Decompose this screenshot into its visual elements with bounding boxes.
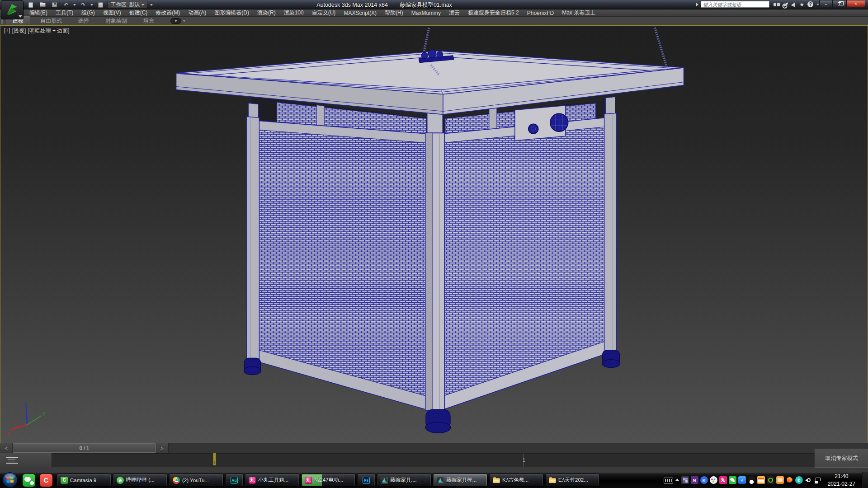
tray-network-icon[interactable] (814, 476, 822, 484)
new-scene-button[interactable] (26, 1, 35, 9)
start-button[interactable] (2, 472, 18, 488)
taskbar-button-bilibili[interactable]: 哔哩哔哩 (... (113, 474, 167, 487)
time-slider-handle[interactable]: 0 / 1 (13, 443, 156, 453)
menu-item[interactable]: 自定义(U) (308, 9, 340, 17)
show-hidden-icons-chevron[interactable] (675, 476, 679, 484)
tray-eset-icon[interactable] (795, 476, 803, 484)
input-method-keyboard-icon[interactable] (664, 478, 673, 483)
ribbon-tab[interactable]: 填充 (137, 17, 160, 25)
menu-item[interactable]: 视图(V) (99, 9, 125, 17)
model-wireframe[interactable] (0, 26, 868, 443)
ribbon-minimize-control[interactable]: ▾ ▾ (170, 18, 185, 24)
show-desktop-button[interactable] (862, 472, 868, 488)
undo-dropdown-caret[interactable] (73, 4, 76, 6)
menu-item[interactable]: 修改器(M) (151, 9, 184, 17)
mini-curve-editor-button[interactable] (0, 453, 52, 467)
taskbar-button-label: 藤编家具模... (446, 477, 476, 483)
previous-frame-button[interactable]: < (0, 443, 13, 453)
perspective-viewport[interactable]: [+] [透视] [明暗处理 + 边面] (0, 25, 868, 443)
taskbar-button-camtasia[interactable]: Camtasia 9 (57, 474, 111, 487)
taskbar-clock[interactable]: 21:40 2021-02-27 (824, 473, 860, 487)
taskbar-button-max-file-1[interactable]: 藤编家具.... (377, 474, 431, 487)
menu-item[interactable]: Max 杀毒卫士 (558, 9, 599, 17)
menu-item[interactable]: 帮助(H) (381, 9, 407, 17)
mini-curve-editor-icon (6, 457, 18, 464)
tray-wechat-icon[interactable] (729, 476, 736, 484)
menu-item[interactable]: 编辑(E) (25, 9, 52, 17)
menu-item[interactable]: 渲染100 (280, 9, 308, 17)
taskbar-button-no247[interactable]: №247电动... (301, 474, 355, 487)
infocenter-collapse-arrow[interactable] (696, 3, 698, 6)
ribbon-tab[interactable]: 自由形式 (34, 17, 68, 25)
tray-kuaishou-icon[interactable] (700, 476, 708, 484)
menu-item[interactable]: 组(G) (77, 9, 99, 17)
infocenter: ★ ? (696, 1, 821, 8)
redo-button[interactable]: ↷ (79, 1, 88, 9)
viewport-maximize-menu[interactable]: [+] (4, 27, 10, 35)
menu-item[interactable]: 创建(C) (125, 9, 152, 17)
menu-item[interactable]: 渲染(R) (253, 9, 280, 17)
tray-volume-icon[interactable] (805, 476, 812, 484)
menu-item[interactable]: MaxMummy (407, 10, 445, 16)
close-button[interactable]: × (846, 0, 865, 7)
timeline-bottom-strip (0, 467, 868, 472)
save-file-button[interactable] (50, 1, 59, 9)
search-binoculars-icon[interactable] (774, 2, 780, 7)
task-buttons: Camtasia 9 哔哩哔哩 (... (2) YouTu... 小丸工具箱.… (57, 474, 599, 487)
open-file-button[interactable] (38, 1, 47, 9)
communication-center-icon[interactable] (791, 1, 797, 7)
axis-z-label: z (24, 401, 27, 407)
current-frame-marker[interactable] (213, 453, 216, 465)
taskbar-button-folder-k[interactable]: K:\古色教... (489, 474, 543, 487)
help-icon[interactable]: ? (807, 1, 813, 7)
redo-dropdown-caret[interactable] (90, 4, 93, 6)
browser-360-icon (117, 477, 124, 484)
track-bar[interactable]: 1 (52, 453, 868, 467)
project-toolbar-button[interactable] (96, 1, 105, 9)
desktop: ↶ ↷ 工作区: 默认 Autodesk 3ds Max 2014 x64藤编家… (0, 0, 868, 488)
tray-pc-manager-icon[interactable] (738, 476, 746, 484)
taskbar-pinned-camtasia[interactable] (40, 474, 52, 487)
menu-item[interactable]: 极速瘦身安全归档5.2 (464, 9, 523, 17)
subscription-key-icon[interactable] (783, 2, 788, 6)
taskbar-button-youtube[interactable]: (2) YouTu... (169, 474, 223, 487)
viewport-view-menu[interactable]: [透视] (12, 27, 26, 35)
tray-screenshot-icon[interactable] (776, 476, 784, 484)
taskbar-pinned-wechat[interactable] (23, 474, 35, 487)
tray-xiaowan-icon[interactable] (719, 476, 727, 484)
tray-dots-icon[interactable] (710, 476, 717, 484)
time-slider-track[interactable] (169, 443, 868, 453)
tray-gpu-utility-icon[interactable] (767, 476, 774, 484)
workspace-dropdown-caret (142, 4, 144, 6)
favorites-star-icon[interactable]: ★ (799, 2, 804, 7)
taskbar-button-folder-e[interactable]: E:\天竹202... (545, 474, 599, 487)
tray-qq-icon[interactable] (748, 476, 755, 484)
tray-clip-tool-icon[interactable] (691, 476, 698, 484)
menu-item[interactable]: 图形编辑器(D) (210, 9, 253, 17)
ribbon-tab[interactable]: 选择 (72, 17, 95, 25)
menu-item[interactable]: 渲云 (445, 9, 464, 17)
tray-window-orange-icon[interactable] (757, 476, 765, 484)
next-frame-button[interactable]: > (156, 443, 169, 453)
menu-item[interactable]: PhoenixFD (523, 10, 558, 16)
menu-item[interactable]: MAXScript(X) (340, 10, 381, 16)
menu-item[interactable]: 工具(T) (52, 9, 77, 17)
taskbar-button-photoshop[interactable] (357, 474, 375, 487)
3dsmax-logo-button[interactable] (1, 0, 24, 19)
windows-orb-icon (2, 472, 18, 488)
undo-button[interactable]: ↶ (61, 1, 71, 9)
taskbar-button-max-file-2[interactable]: 藤编家具模... (433, 474, 487, 487)
menu-item[interactable]: 动画(A) (184, 9, 210, 17)
restore-button[interactable] (833, 0, 846, 7)
workspace-selector[interactable]: 工作区: 默认 (108, 1, 147, 9)
taskbar-button-audition[interactable] (225, 474, 243, 487)
minimize-button[interactable]: – (819, 0, 833, 7)
tray-tiles-icon[interactable] (681, 476, 689, 484)
tray-huorong-flame-icon[interactable] (786, 476, 793, 484)
toolbar-overflow-caret[interactable] (150, 4, 153, 6)
infocenter-search-input[interactable] (701, 1, 769, 8)
taskbar-button-xiaowan-toolbox[interactable]: 小丸工具箱... (245, 474, 299, 487)
ribbon-tab[interactable]: 对象绘制 (99, 17, 133, 25)
cancel-expert-mode-button[interactable]: 取消专家模式 (815, 449, 868, 468)
viewport-shading-menu[interactable]: [明暗处理 + 边面] (28, 27, 69, 35)
